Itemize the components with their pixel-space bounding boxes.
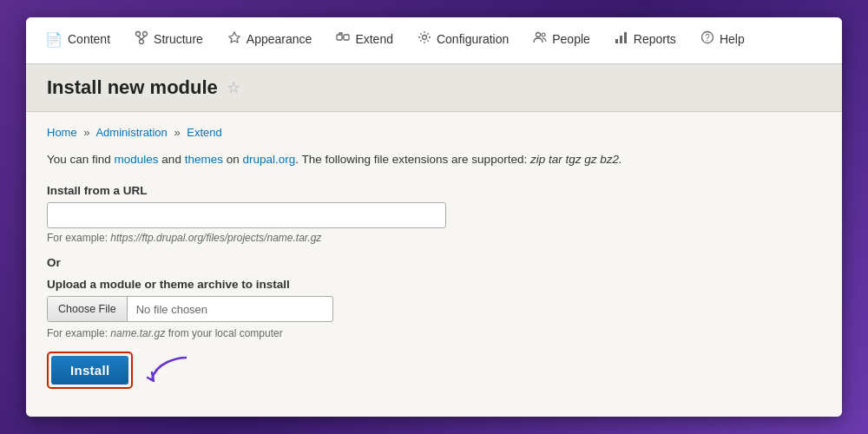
main-window: 📄 Content Structure Appearance Extend xyxy=(26,17,842,417)
file-input-area: Choose File No file chosen xyxy=(47,296,821,322)
navbar: 📄 Content Structure Appearance Extend xyxy=(26,17,842,64)
url-input[interactable] xyxy=(47,202,446,228)
help-icon: ? xyxy=(700,30,714,48)
install-button[interactable]: Install xyxy=(51,356,128,385)
appearance-icon xyxy=(227,30,241,48)
arrow-annotation xyxy=(143,353,195,388)
breadcrumb-sep2: » xyxy=(174,126,180,139)
svg-point-0 xyxy=(136,32,141,36)
url-label: Install from a URL xyxy=(47,184,821,197)
svg-point-8 xyxy=(536,33,541,37)
install-btn-box: Install xyxy=(47,352,133,389)
url-hint: For example: https://ftp.drupal.org/file… xyxy=(47,232,821,244)
nav-appearance[interactable]: Appearance xyxy=(215,17,325,63)
file-input-wrapper: Choose File No file chosen xyxy=(47,296,333,322)
breadcrumb-home[interactable]: Home xyxy=(47,126,77,139)
svg-line-3 xyxy=(138,36,141,40)
svg-point-9 xyxy=(542,33,545,36)
breadcrumb: Home » Administration » Extend xyxy=(47,126,821,139)
svg-rect-10 xyxy=(615,39,618,43)
content-icon: 📄 xyxy=(45,31,62,48)
breadcrumb-sep1: » xyxy=(83,126,89,139)
themes-link[interactable]: themes xyxy=(185,153,223,166)
install-btn-wrapper: Install xyxy=(47,352,821,389)
upload-form-section: Upload a module or theme archive to inst… xyxy=(47,278,821,339)
description-text: You can find modules and themes on drupa… xyxy=(47,151,821,168)
reports-icon xyxy=(615,30,628,48)
svg-point-7 xyxy=(422,36,426,40)
extensions-text: zip tar tgz gz bz2. xyxy=(527,153,622,166)
nav-structure[interactable]: Structure xyxy=(122,17,215,63)
svg-point-1 xyxy=(143,32,148,36)
page-title: Install new module xyxy=(47,76,218,99)
url-hint-example: https://ftp.drupal.org/files/projects/na… xyxy=(108,232,321,244)
content-area: Install new module ☆ Home » Administrati… xyxy=(26,64,842,417)
breadcrumb-admin[interactable]: Administration xyxy=(95,126,167,139)
or-divider: Or xyxy=(47,256,821,269)
url-form-section: Install from a URL For example: https://… xyxy=(47,184,821,244)
svg-rect-5 xyxy=(337,35,342,40)
nav-extend[interactable]: Extend xyxy=(324,17,405,63)
favorite-star-icon[interactable]: ☆ xyxy=(227,78,240,97)
nav-people[interactable]: People xyxy=(521,17,602,63)
extend-icon xyxy=(336,30,350,48)
people-icon xyxy=(533,30,547,48)
file-chosen-text: No file chosen xyxy=(128,303,216,316)
nav-reports[interactable]: Reports xyxy=(602,17,688,63)
drupal-link[interactable]: drupal.org xyxy=(242,153,295,166)
page-header: Install new module ☆ xyxy=(26,64,842,112)
breadcrumb-extend[interactable]: Extend xyxy=(187,126,221,139)
structure-icon xyxy=(135,30,148,48)
modules-link[interactable]: modules xyxy=(115,153,159,166)
svg-rect-6 xyxy=(344,35,349,40)
svg-point-2 xyxy=(140,40,144,44)
svg-rect-12 xyxy=(624,32,627,43)
upload-hint: For example: name.tar.gz from your local… xyxy=(47,327,821,339)
nav-content[interactable]: 📄 Content xyxy=(33,17,122,63)
choose-file-button[interactable]: Choose File xyxy=(48,297,128,321)
nav-help[interactable]: ? Help xyxy=(688,17,757,63)
svg-text:?: ? xyxy=(705,33,710,43)
svg-line-4 xyxy=(141,36,145,40)
upload-hint-example: name.tar.gz xyxy=(108,327,165,339)
upload-label: Upload a module or theme archive to inst… xyxy=(47,278,821,291)
page-body: Home » Administration » Extend You can f… xyxy=(26,112,842,403)
svg-rect-11 xyxy=(620,36,622,43)
nav-configuration[interactable]: Configuration xyxy=(405,17,521,63)
configuration-icon xyxy=(418,30,431,48)
